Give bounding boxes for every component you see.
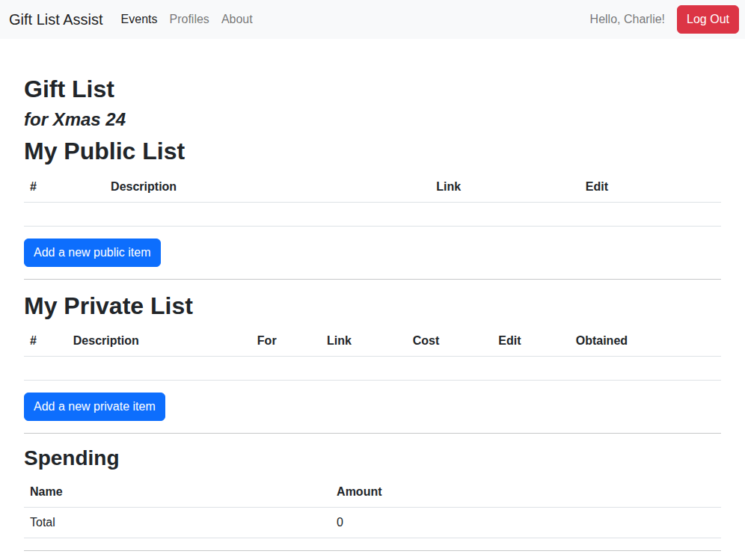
column-header-description: Description [105,172,430,203]
column-header-obtained: Obtained [570,326,721,357]
column-header-amount: Amount [331,477,721,508]
private-list-section: My Private List # Description For Link C… [24,292,721,434]
spending-heading: Spending [24,446,721,471]
column-header-number: # [24,172,105,203]
nav-link-about[interactable]: About [215,4,259,34]
private-list-table: # Description For Link Cost Edit Obtaine… [24,326,721,381]
public-list-header-row: # Description Link Edit [24,172,721,203]
spending-header-row: Name Amount [24,477,721,508]
private-list-header-row: # Description For Link Cost Edit Obtaine… [24,326,721,357]
private-list-heading: My Private List [24,292,721,320]
private-list-empty-row [24,356,721,380]
spending-total-row: Total 0 [24,507,721,538]
page-title: Gift List [24,75,721,103]
column-header-cost: Cost [407,326,493,357]
column-header-for: For [251,326,321,357]
column-header-description: Description [67,326,251,357]
public-list-heading: My Public List [24,137,721,165]
main-content: Gift List for Xmas 24 My Public List # D… [0,39,745,560]
column-header-link: Link [321,326,407,357]
empty-cell [24,356,721,380]
column-header-edit: Edit [492,326,569,357]
section-divider [24,550,721,551]
section-divider [24,433,721,434]
column-header-name: Name [24,477,331,508]
spending-table: Name Amount Total 0 [24,477,721,538]
section-divider [24,279,721,280]
navbar: Gift List Assist Events Profiles About H… [0,0,745,39]
spending-row-name: Total [24,507,331,538]
public-list-table: # Description Link Edit [24,172,721,227]
logout-button[interactable]: Log Out [677,5,739,34]
user-greeting: Hello, Charlie! [590,10,665,28]
page-subtitle: for Xmas 24 [24,109,721,131]
column-header-link: Link [430,172,579,203]
spending-row-amount: 0 [331,507,721,538]
public-list-section: My Public List # Description Link Edit [24,137,721,279]
column-header-number: # [24,326,67,357]
nav-link-profiles[interactable]: Profiles [164,4,215,34]
add-private-item-button[interactable]: Add a new private item [24,393,165,421]
nav-links: Events Profiles About [115,4,259,34]
empty-cell [24,202,721,226]
add-public-item-button[interactable]: Add a new public item [24,239,161,267]
nav-link-events[interactable]: Events [115,4,164,34]
navbar-brand[interactable]: Gift List Assist [6,8,106,31]
column-header-edit: Edit [580,172,721,203]
spending-section: Spending Name Amount Total 0 [24,446,721,551]
public-list-empty-row [24,202,721,226]
